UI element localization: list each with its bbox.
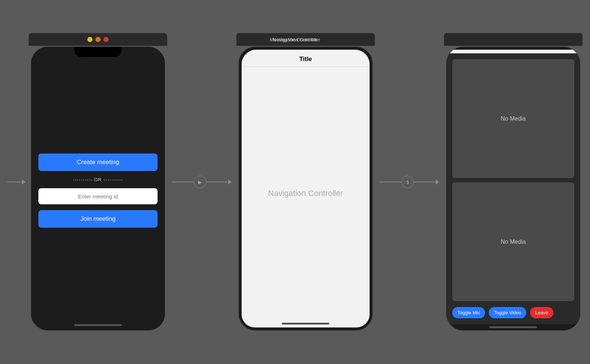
no-media-top-text: No Media bbox=[501, 115, 526, 122]
phone1-content: Create meeting ---------- OR ---------- … bbox=[31, 57, 165, 324]
create-meeting-button[interactable]: Create meeting bbox=[38, 153, 158, 171]
phone3-window-label: Meeting View Controller bbox=[270, 37, 320, 42]
segue-icon-1: ▶ bbox=[194, 176, 206, 188]
phone3-frame: No Media No Media Toggle Mic Toggle Vide… bbox=[446, 46, 581, 331]
join-meeting-button[interactable]: Join meeting bbox=[38, 210, 158, 228]
dot-yellow[interactable] bbox=[87, 37, 92, 42]
no-media-top-box: No Media bbox=[452, 59, 574, 178]
arrow-connector-1: ▶ bbox=[172, 176, 232, 188]
nav-title-text: Title bbox=[299, 56, 312, 62]
phone1-frame: Create meeting ---------- OR ---------- … bbox=[30, 46, 166, 331]
segue-icon-2-text: $ bbox=[406, 179, 409, 185]
phone1-window-bar bbox=[29, 33, 167, 46]
phone3-content: No Media No Media Toggle Mic Toggle Vide… bbox=[446, 53, 580, 324]
phone3-top-bar bbox=[449, 50, 577, 53]
segue-icon-1-text: ▶ bbox=[198, 179, 202, 185]
nav-placeholder-text: Navigation Controller bbox=[268, 189, 343, 198]
phone1-notch bbox=[74, 47, 122, 57]
nav-title-bar: Title bbox=[242, 50, 370, 67]
phone3-buttons-bar: Toggle Mic Toggle Video Leave bbox=[452, 306, 574, 318]
phone2-frame: Title Navigation Controller bbox=[238, 46, 373, 331]
phone2-home-indicator bbox=[282, 323, 329, 325]
phone2-wrapper: Navigation Controller Title Navigation C… bbox=[236, 33, 375, 331]
phone1-wrapper: Create meeting ---------- OR ---------- … bbox=[29, 33, 167, 331]
no-media-bottom-box: No Media bbox=[452, 182, 574, 301]
or-divider: ---------- OR ---------- bbox=[73, 177, 123, 182]
phone1-home-indicator bbox=[74, 324, 122, 326]
phone3-wrapper: Meeting View Controller No Media No Medi… bbox=[444, 33, 583, 331]
dot-red[interactable] bbox=[103, 37, 109, 42]
meeting-id-input[interactable] bbox=[38, 188, 158, 204]
dot-orange[interactable] bbox=[95, 37, 101, 42]
phone3-home-indicator bbox=[489, 326, 537, 328]
leave-button[interactable]: Leave bbox=[530, 307, 553, 318]
phone2-inner: Title Navigation Controller bbox=[242, 50, 370, 327]
segue-icon-2: $ bbox=[401, 176, 414, 188]
entry-arrow bbox=[7, 179, 26, 185]
nav-body: Navigation Controller bbox=[242, 67, 370, 320]
phone3-window-bar: Meeting View Controller bbox=[444, 33, 583, 46]
no-media-bottom-text: No Media bbox=[501, 239, 526, 245]
toggle-mic-button[interactable]: Toggle Mic bbox=[452, 307, 485, 318]
toggle-video-button[interactable]: Toggle Video bbox=[489, 307, 526, 318]
arrow-connector-2: $ bbox=[379, 176, 439, 188]
